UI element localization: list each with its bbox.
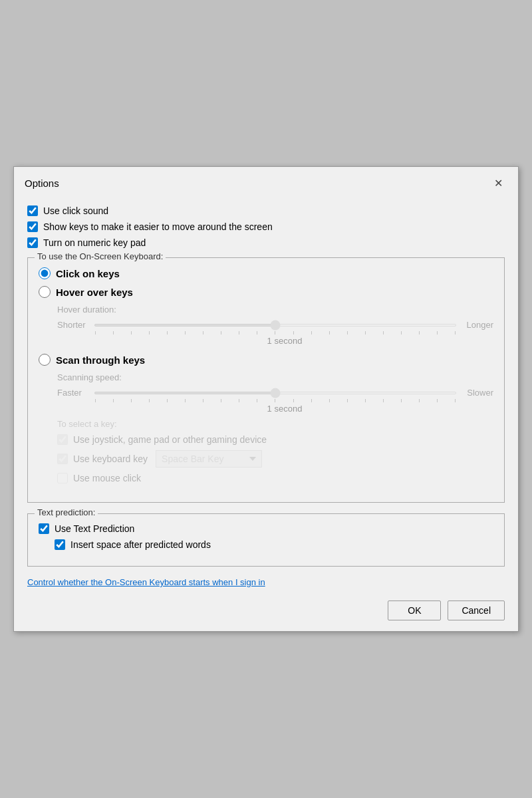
hover-ticks <box>57 331 493 334</box>
scan-through-keys-item: Scan through keys <box>39 354 493 366</box>
text-prediction-section: Text prediction: Use Text Prediction Ins… <box>27 513 505 567</box>
button-row: OK Cancel <box>27 598 505 620</box>
keyboard-key-row: Use keyboard key Space Bar Key Enter Key… <box>57 450 493 467</box>
cancel-button[interactable]: Cancel <box>448 600 505 620</box>
scan-slider-container: Faster Slower <box>57 388 493 398</box>
insert-space-item: Insert space after predicted words <box>55 539 493 550</box>
numeric-keypad-label[interactable]: Turn on numeric key pad <box>43 237 146 248</box>
keyboard-startup-link[interactable]: Control whether the On-Screen Keyboard s… <box>27 577 505 587</box>
hover-value-label: 1 second <box>57 336 493 346</box>
faster-label: Faster <box>57 388 87 398</box>
keyboard-key-select[interactable]: Space Bar Key Enter Key Num Lock Key <box>156 450 262 467</box>
click-on-keys-item: Click on keys <box>39 267 493 279</box>
use-text-prediction-item: Use Text Prediction <box>39 523 493 534</box>
keyboard-key-label[interactable]: Use keyboard key <box>73 454 148 464</box>
options-dialog: Options ✕ Use click sound Show keys to m… <box>13 166 519 632</box>
slower-label: Slower <box>464 388 493 398</box>
insert-space-checkbox[interactable] <box>55 539 65 550</box>
mouse-click-label[interactable]: Use mouse click <box>73 473 141 483</box>
hover-slider-container: Shorter Longer <box>57 320 493 330</box>
keyboard-key-item: Use keyboard key <box>57 454 148 464</box>
show-keys-checkbox[interactable] <box>27 221 38 232</box>
title-bar: Options ✕ <box>14 167 518 198</box>
scan-ticks <box>57 399 493 402</box>
hover-duration-label: Hover duration: <box>57 305 493 315</box>
use-click-sound-item: Use click sound <box>27 205 505 216</box>
show-keys-label[interactable]: Show keys to make it easier to move arou… <box>43 221 273 232</box>
hover-over-keys-item: Hover over keys <box>39 286 493 298</box>
use-click-sound-label[interactable]: Use click sound <box>43 205 108 216</box>
scan-value-label: 1 second <box>57 404 493 414</box>
click-on-keys-label[interactable]: Click on keys <box>56 268 120 279</box>
select-key-section: To select a key: Use joystick, game pad … <box>57 419 493 483</box>
use-text-prediction-checkbox[interactable] <box>39 523 49 534</box>
use-text-prediction-label[interactable]: Use Text Prediction <box>55 523 134 534</box>
numeric-keypad-item: Turn on numeric key pad <box>27 237 505 248</box>
click-on-keys-radio[interactable] <box>39 267 51 279</box>
select-key-label: To select a key: <box>57 419 493 429</box>
keyboard-key-checkbox[interactable] <box>57 454 68 464</box>
hover-duration-slider[interactable] <box>94 324 457 327</box>
show-keys-item: Show keys to make it easier to move arou… <box>27 221 505 232</box>
top-checkboxes: Use click sound Show keys to make it eas… <box>27 205 505 248</box>
dialog-title: Options <box>25 178 59 189</box>
joystick-checkbox[interactable] <box>57 434 68 445</box>
numeric-keypad-checkbox[interactable] <box>27 237 38 248</box>
close-button[interactable]: ✕ <box>489 174 507 192</box>
hover-over-keys-radio[interactable] <box>39 286 51 298</box>
scanning-speed-slider[interactable] <box>94 392 457 394</box>
dialog-content: Use click sound Show keys to make it eas… <box>14 198 518 631</box>
scanning-speed-label: Scanning speed: <box>57 372 493 382</box>
hover-sub-section: Hover duration: Shorter Longer <box>57 305 493 346</box>
joystick-label[interactable]: Use joystick, game pad or other gaming d… <box>73 434 267 445</box>
hover-longer-label: Longer <box>464 320 493 330</box>
keyboard-section: To use the On-Screen Keyboard: Click on … <box>27 257 505 503</box>
ok-button[interactable]: OK <box>388 600 441 620</box>
text-prediction-title: Text prediction: <box>35 507 98 517</box>
use-click-sound-checkbox[interactable] <box>27 205 38 216</box>
scan-through-keys-label[interactable]: Scan through keys <box>56 354 145 366</box>
scan-through-keys-radio[interactable] <box>39 354 51 366</box>
keyboard-section-title: To use the On-Screen Keyboard: <box>35 251 166 261</box>
hover-shorter-label: Shorter <box>57 320 87 330</box>
mouse-click-checkbox[interactable] <box>57 473 68 483</box>
mouse-click-item: Use mouse click <box>57 473 493 483</box>
joystick-item: Use joystick, game pad or other gaming d… <box>57 434 493 445</box>
hover-over-keys-label[interactable]: Hover over keys <box>56 287 133 298</box>
insert-space-label[interactable]: Insert space after predicted words <box>70 539 211 550</box>
scan-sub-section: Scanning speed: Faster Slower <box>57 372 493 483</box>
